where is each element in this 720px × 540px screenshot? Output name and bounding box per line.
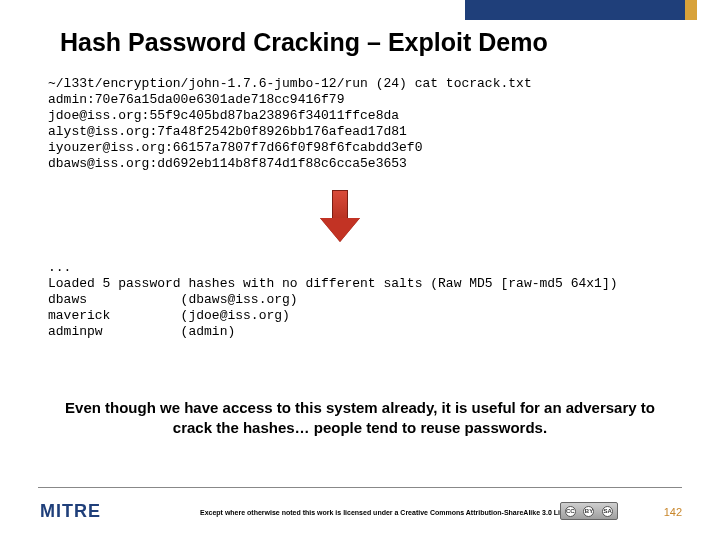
cc-license-badge-icon: CC BY SA (560, 502, 618, 520)
footer-divider (38, 487, 682, 488)
down-arrow-icon (320, 190, 360, 245)
terminal-output-hashes: ~/l33t/encryption/john-1.7.6-jumbo-12/ru… (48, 76, 532, 172)
slide-title: Hash Password Cracking – Exploit Demo (60, 28, 548, 57)
header-accent-bar (465, 0, 685, 20)
license-text: Except where otherwise noted this work i… (200, 509, 580, 516)
terminal-output-cracked: ... Loaded 5 password hashes with no dif… (48, 260, 618, 340)
mitre-logo: MITRE (40, 501, 101, 522)
slide-caption: Even though we have access to this syste… (60, 398, 660, 439)
page-number: 142 (664, 506, 682, 518)
